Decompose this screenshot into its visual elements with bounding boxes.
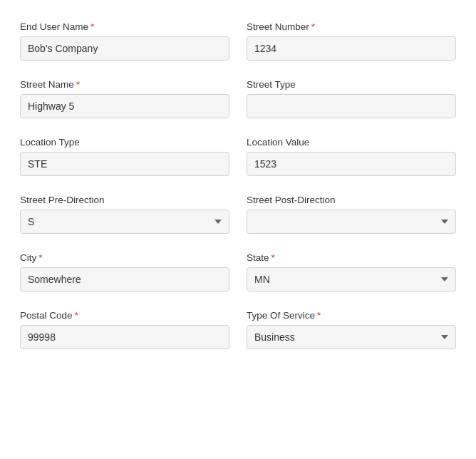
street-post-direction-group: Street Post-Direction N S E W NE NW SE S…	[238, 187, 465, 245]
state-select[interactable]: AL AK AZ AR CA CO CT DE FL GA HI ID IL I…	[247, 267, 456, 292]
street-number-label: Street Number*	[247, 21, 456, 32]
end-user-name-input[interactable]	[20, 36, 229, 61]
street-name-label: Street Name*	[20, 79, 229, 90]
state-label: State*	[247, 252, 456, 263]
location-type-label: Location Type	[20, 137, 229, 148]
street-pre-direction-label: Street Pre-Direction	[20, 195, 229, 205]
postal-code-label: Postal Code*	[20, 310, 229, 321]
street-pre-direction-group: Street Pre-Direction N S E W NE NW SE SW	[11, 187, 238, 245]
street-number-required: *	[311, 21, 315, 32]
street-name-input[interactable]	[20, 94, 229, 118]
type-of-service-select[interactable]: Business Residential Government	[247, 325, 456, 349]
city-required: *	[38, 252, 42, 263]
city-label: City*	[20, 252, 229, 263]
city-input[interactable]	[20, 267, 229, 292]
state-required: *	[271, 252, 275, 263]
address-form: End User Name* Street Number* Street Nam…	[11, 14, 465, 361]
location-type-group: Location Type	[11, 130, 238, 187]
type-of-service-group: Type Of Service* Business Residential Go…	[238, 303, 465, 361]
street-post-direction-label: Street Post-Direction	[247, 195, 456, 205]
location-value-label: Location Value	[247, 137, 456, 148]
street-type-label: Street Type	[247, 79, 456, 90]
postal-code-required: *	[75, 310, 78, 321]
street-type-input[interactable]	[247, 94, 456, 118]
end-user-name-label: End User Name*	[20, 21, 229, 32]
street-name-group: Street Name*	[11, 72, 238, 130]
location-value-input[interactable]	[247, 152, 456, 176]
location-type-input[interactable]	[20, 152, 229, 176]
street-name-required: *	[76, 79, 80, 90]
end-user-name-required: *	[90, 21, 94, 32]
state-group: State* AL AK AZ AR CA CO CT DE FL GA HI …	[238, 245, 465, 303]
postal-code-group: Postal Code*	[11, 303, 238, 361]
street-type-group: Street Type	[238, 72, 465, 130]
city-group: City*	[11, 245, 238, 303]
postal-code-input[interactable]	[20, 325, 229, 349]
street-post-direction-select[interactable]: N S E W NE NW SE SW	[247, 210, 456, 234]
type-of-service-required: *	[317, 310, 321, 321]
location-value-group: Location Value	[238, 130, 465, 187]
street-number-group: Street Number*	[238, 14, 465, 72]
type-of-service-label: Type Of Service*	[247, 310, 456, 321]
end-user-name-group: End User Name*	[11, 14, 238, 72]
street-number-input[interactable]	[247, 36, 456, 61]
street-pre-direction-select[interactable]: N S E W NE NW SE SW	[20, 210, 229, 234]
